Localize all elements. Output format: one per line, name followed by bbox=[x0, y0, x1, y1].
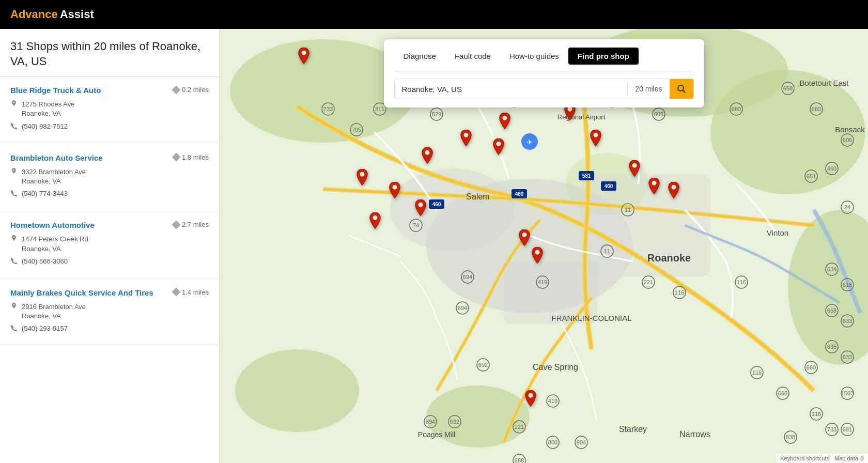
svg-point-129 bbox=[373, 215, 378, 220]
map-pin-2[interactable] bbox=[388, 182, 402, 203]
svg-text:11: 11 bbox=[604, 248, 610, 254]
diamond-icon bbox=[172, 153, 180, 162]
location-icon bbox=[10, 168, 18, 175]
svg-text:460: 460 bbox=[605, 183, 613, 189]
shop-address: 1474 Peters Creek RdRoanoke, VA bbox=[10, 235, 209, 253]
shop-name[interactable]: Mainly Brakes Quick Service And Tires bbox=[10, 288, 153, 297]
map-pin-4[interactable] bbox=[413, 199, 428, 220]
svg-text:FRANKLIN-COLONIAL: FRANKLIN-COLONIAL bbox=[551, 314, 631, 322]
search-icon bbox=[677, 84, 686, 94]
location-icon bbox=[10, 303, 18, 310]
phone-icon bbox=[10, 257, 18, 265]
svg-text:634: 634 bbox=[827, 266, 836, 272]
svg-text:460: 460 bbox=[515, 191, 524, 197]
shop-address: 2916 Brambleton AveRoanoke, VA bbox=[10, 302, 209, 321]
svg-text:606: 606 bbox=[843, 137, 852, 143]
svg-point-130 bbox=[419, 202, 423, 207]
svg-text:705: 705 bbox=[352, 127, 361, 133]
shop-address: 3322 Brambleton AveRoanoke, VA bbox=[10, 167, 209, 186]
svg-point-126 bbox=[425, 150, 429, 155]
svg-text:618: 618 bbox=[843, 282, 852, 288]
svg-text:688: 688 bbox=[515, 457, 524, 463]
shop-phone[interactable]: (540) 293-9157 bbox=[10, 324, 209, 333]
svg-text:Starkey: Starkey bbox=[619, 425, 647, 434]
nav-overlay: DiagnoseFault codeHow-to guidesFind pro … bbox=[220, 29, 868, 118]
map-pin-9[interactable] bbox=[588, 130, 603, 150]
shop-item-3: Hometown Automotive 2.7 miles 1474 Peter… bbox=[0, 211, 219, 279]
svg-line-1 bbox=[683, 90, 685, 93]
map-pin-14[interactable] bbox=[667, 182, 681, 203]
shop-phone[interactable]: (540) 774-3443 bbox=[10, 189, 209, 198]
nav-tab-fault-code[interactable]: Fault code bbox=[445, 48, 500, 65]
nav-tab-find-pro-shop[interactable]: Find pro shop bbox=[568, 48, 639, 65]
svg-text:581: 581 bbox=[582, 173, 591, 179]
sidebar: 31 Shops within 20 miles of Roanoke, VA,… bbox=[0, 29, 220, 463]
location-icon bbox=[10, 235, 18, 242]
phone-icon bbox=[10, 325, 18, 332]
svg-text:733: 733 bbox=[827, 426, 836, 433]
svg-point-136 bbox=[522, 233, 526, 237]
nav-card: DiagnoseFault codeHow-to guidesFind pro … bbox=[384, 39, 704, 107]
search-bar: 20 miles bbox=[394, 79, 694, 99]
svg-point-141 bbox=[529, 393, 533, 398]
shop-name[interactable]: Hometown Automotive bbox=[10, 221, 95, 229]
svg-text:Salem: Salem bbox=[466, 192, 489, 201]
map-pin-0[interactable] bbox=[420, 147, 435, 168]
shop-item-2: Brambleton Auto Service 1.8 miles 3322 B… bbox=[0, 144, 219, 212]
map-pin-10[interactable] bbox=[517, 229, 532, 250]
shop-list: Blue Ridge Truck & Auto 0.2 miles 1275 R… bbox=[0, 76, 219, 346]
shop-item-1: Blue Ridge Truck & Auto 0.2 miles 1275 R… bbox=[0, 76, 219, 144]
shop-phone[interactable]: (540) 982-7512 bbox=[10, 122, 209, 131]
shop-item-header: Mainly Brakes Quick Service And Tires 1.… bbox=[10, 288, 209, 297]
svg-text:633: 633 bbox=[843, 354, 852, 360]
map-pin-12[interactable] bbox=[627, 160, 642, 181]
svg-text:116: 116 bbox=[675, 289, 684, 296]
svg-text:694: 694 bbox=[458, 305, 467, 311]
shop-name[interactable]: Brambleton Auto Service bbox=[10, 153, 103, 162]
shop-phone[interactable]: (540) 566-3060 bbox=[10, 257, 209, 266]
svg-point-140 bbox=[671, 185, 676, 190]
location-icon bbox=[10, 100, 18, 107]
svg-point-137 bbox=[535, 250, 539, 255]
sidebar-header: 31 Shops within 20 miles of Roanoke, VA,… bbox=[0, 29, 219, 76]
svg-text:419: 419 bbox=[538, 279, 547, 285]
svg-text:221: 221 bbox=[515, 424, 524, 430]
map-pin-5[interactable] bbox=[459, 130, 473, 150]
svg-text:419: 419 bbox=[548, 398, 557, 404]
map-pin-1[interactable] bbox=[355, 169, 369, 190]
shop-item-header: Blue Ridge Truck & Auto 0.2 miles bbox=[10, 86, 209, 95]
svg-text:692: 692 bbox=[478, 362, 488, 368]
svg-point-139 bbox=[652, 180, 656, 185]
svg-text:✈: ✈ bbox=[526, 138, 533, 146]
keyboard-shortcuts[interactable]: Keyboard shortcuts bbox=[780, 455, 829, 461]
svg-text:694: 694 bbox=[463, 274, 472, 280]
location-search-input[interactable] bbox=[395, 80, 628, 99]
svg-text:460: 460 bbox=[432, 202, 441, 207]
map-pin-15[interactable] bbox=[523, 390, 538, 411]
svg-text:633: 633 bbox=[843, 318, 852, 324]
svg-text:116: 116 bbox=[752, 369, 762, 376]
map-pin-3[interactable] bbox=[368, 212, 382, 233]
phone-icon bbox=[10, 190, 18, 197]
shop-name[interactable]: Blue Ridge Truck & Auto bbox=[10, 86, 101, 95]
svg-text:658: 658 bbox=[827, 307, 836, 314]
map-pin-6[interactable] bbox=[491, 138, 506, 159]
nav-tab-how-to[interactable]: How-to guides bbox=[500, 48, 568, 65]
shop-distance: 2.7 miles bbox=[173, 221, 209, 228]
search-button[interactable] bbox=[670, 79, 693, 99]
map-pin-11[interactable] bbox=[530, 247, 545, 268]
svg-text:Vinton: Vinton bbox=[767, 228, 788, 237]
map-attribution: Keyboard shortcuts Map data © bbox=[776, 454, 868, 463]
svg-text:666: 666 bbox=[778, 390, 787, 396]
svg-text:635: 635 bbox=[827, 344, 836, 350]
map-pin-13[interactable] bbox=[647, 178, 661, 198]
results-count: 31 Shops within 20 miles of Roanoke, VA,… bbox=[10, 39, 209, 69]
header: Advance Assist bbox=[0, 0, 868, 29]
logo-advance: Advance bbox=[10, 8, 58, 21]
shop-distance: 0.2 miles bbox=[173, 86, 209, 94]
nav-tabs: DiagnoseFault codeHow-to guidesFind pro … bbox=[394, 48, 694, 71]
nav-tab-diagnose[interactable]: Diagnose bbox=[394, 48, 445, 65]
svg-text:116: 116 bbox=[812, 411, 821, 417]
svg-text:800: 800 bbox=[548, 439, 557, 445]
map-area[interactable]: DiagnoseFault codeHow-to guidesFind pro … bbox=[220, 29, 868, 463]
